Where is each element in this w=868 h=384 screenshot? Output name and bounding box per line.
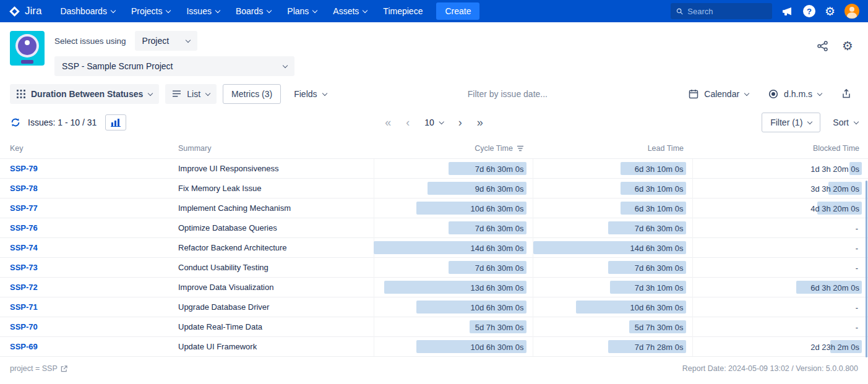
report-query-link[interactable]: project = SSP: [10, 364, 67, 373]
issues-table: Key Summary Cycle Time Lead Time Blocked…: [0, 139, 868, 357]
app-icon-core: [18, 36, 37, 55]
admin-settings-button[interactable]: ⚙: [825, 6, 835, 17]
blocked-time-value: 6d 3h 20m 0s: [810, 283, 859, 292]
issue-summary: Refactor Backend Architecture: [168, 238, 374, 258]
refresh-button[interactable]: [10, 117, 21, 128]
lead-time-cell: 6d 3h 10m 0s: [533, 159, 692, 179]
time-format-select[interactable]: d.h.m.s: [762, 84, 828, 104]
cycle-time-cell: 13d 6h 30m 0s: [374, 278, 533, 297]
chevron-down-icon: [439, 119, 444, 124]
issue-key-link[interactable]: SSP-73: [10, 263, 38, 272]
prev-page-button[interactable]: ‹: [406, 117, 410, 128]
issue-key-link[interactable]: SSP-72: [10, 283, 38, 292]
issue-key-link[interactable]: SSP-77: [10, 203, 38, 213]
lead-time-value: 6d 3h 10m 0s: [635, 164, 684, 173]
table-row: SSP-77Implement Caching Mechanism10d 6h …: [0, 198, 868, 218]
issue-source-value: Project: [142, 36, 170, 46]
share-button[interactable]: [817, 40, 828, 52]
issue-key-link[interactable]: SSP-76: [10, 223, 38, 233]
avatar-body: [847, 12, 857, 19]
sort-button[interactable]: Sort: [833, 117, 858, 127]
user-avatar[interactable]: [844, 4, 859, 19]
help-button[interactable]: ?: [803, 5, 815, 17]
issues-table-head: Key Summary Cycle Time Lead Time Blocked…: [0, 139, 868, 159]
sort-label: Sort: [833, 117, 849, 127]
report-settings-button[interactable]: ⚙: [842, 40, 853, 52]
export-button[interactable]: [835, 83, 858, 104]
issue-key-link[interactable]: SSP-74: [10, 243, 38, 252]
column-header-lead-time[interactable]: Lead Time: [533, 139, 692, 159]
issue-key-cell: SSP-79: [0, 159, 168, 179]
lead-time-value: 14d 6h 30m 0s: [630, 243, 683, 252]
nav-item-label: Projects: [131, 6, 163, 16]
blocked-time-cell: 3d 3h 20m 0s: [692, 179, 868, 198]
app-header: Select issues using Project SSP - Sample…: [0, 22, 868, 79]
issue-key-link[interactable]: SSP-78: [10, 184, 38, 193]
project-select[interactable]: SSP - Sample Scrum Project: [54, 56, 294, 76]
issue-key-link[interactable]: SSP-70: [10, 322, 38, 331]
column-header-key[interactable]: Key: [0, 139, 168, 159]
calendar-icon: [689, 89, 698, 99]
nav-item-issues[interactable]: Issues: [186, 6, 219, 16]
metrics-button[interactable]: Metrics (3): [223, 84, 281, 104]
column-header-blocked-time[interactable]: Blocked Time: [692, 139, 868, 159]
report-type-select[interactable]: Duration Between Statuses: [10, 84, 159, 104]
create-button[interactable]: Create: [436, 2, 479, 20]
project-value: SSP - Sample Scrum Project: [62, 61, 173, 71]
header-actions: ⚙: [817, 31, 853, 52]
next-page-button[interactable]: ›: [458, 117, 462, 128]
first-page-button[interactable]: «: [385, 117, 391, 128]
issues-count-label: Issues: 1 - 10 / 31: [28, 117, 97, 127]
cycle-time-value: 13d 6h 30m 0s: [470, 283, 523, 292]
chevron-down-icon: [817, 90, 822, 95]
vertical-scrollbar[interactable]: [866, 181, 867, 357]
search-input[interactable]: [687, 7, 767, 16]
select-issues-label: Select issues using: [54, 36, 126, 46]
filter-button[interactable]: Filter (1): [762, 113, 820, 132]
blocked-time-cell: 2d 23h 2m 0s: [692, 337, 868, 357]
column-header-cycle-time[interactable]: Cycle Time: [374, 139, 533, 159]
table-row: SSP-78Fix Memory Leak Issue9d 6h 30m 0s6…: [0, 179, 868, 198]
issue-source-select[interactable]: Project: [135, 31, 198, 51]
nav-item-timepiece[interactable]: Timepiece: [383, 6, 423, 16]
global-search[interactable]: [671, 3, 772, 19]
nav-item-boards[interactable]: Boards: [236, 6, 271, 16]
issue-key-link[interactable]: SSP-79: [10, 164, 38, 173]
view-select[interactable]: List: [165, 84, 217, 104]
issue-key-link[interactable]: SSP-71: [10, 302, 38, 312]
report-type-value: Duration Between Statuses: [31, 89, 143, 99]
last-page-button[interactable]: »: [477, 117, 483, 128]
issue-date-filter-input[interactable]: [433, 89, 582, 99]
lead-time-cell: 5d 7h 30m 0s: [533, 317, 692, 337]
table-row: SSP-76Optimize Database Queries7d 6h 30m…: [0, 218, 868, 238]
cycle-time-cell: 5d 7h 30m 0s: [374, 317, 533, 337]
calendar-button[interactable]: Calendar: [682, 84, 755, 104]
share-icon: [817, 40, 828, 52]
nav-item-assets[interactable]: Assets: [333, 6, 367, 16]
announcements-button[interactable]: [781, 6, 794, 17]
nav-item-projects[interactable]: Projects: [131, 6, 171, 16]
nav-item-plans[interactable]: Plans: [287, 6, 317, 16]
cycle-time-value: 10d 6h 30m 0s: [470, 302, 523, 312]
lead-time-value: 5d 7h 30m 0s: [635, 322, 684, 331]
jira-logo[interactable]: Jira: [9, 5, 41, 17]
refresh-icon: [10, 117, 21, 128]
lead-time-cell: 6d 3h 10m 0s: [533, 179, 692, 198]
cycle-time-cell: 10d 6h 30m 0s: [374, 198, 533, 218]
page-size-select[interactable]: 10: [424, 117, 444, 127]
jira-logo-icon: [9, 6, 20, 17]
issue-summary: Fix Memory Leak Issue: [168, 179, 374, 198]
blocked-time-cell: 1d 3h 20m 0s: [692, 159, 868, 179]
blocked-time-cell: -: [692, 218, 868, 238]
issue-summary: Improve UI Responsiveness: [168, 159, 374, 179]
empty-duration: -: [856, 243, 858, 252]
fields-button[interactable]: Fields: [287, 84, 333, 104]
issue-key-link[interactable]: SSP-69: [10, 342, 38, 351]
nav-item-label: Boards: [236, 6, 263, 16]
chart-view-button[interactable]: [105, 114, 126, 130]
issue-key-cell: SSP-73: [0, 258, 168, 278]
column-header-summary[interactable]: Summary: [168, 139, 374, 159]
bar-chart-icon: [111, 118, 121, 127]
nav-item-dashboards[interactable]: Dashboards: [60, 6, 115, 16]
issue-summary: Upgrade Database Driver: [168, 297, 374, 317]
